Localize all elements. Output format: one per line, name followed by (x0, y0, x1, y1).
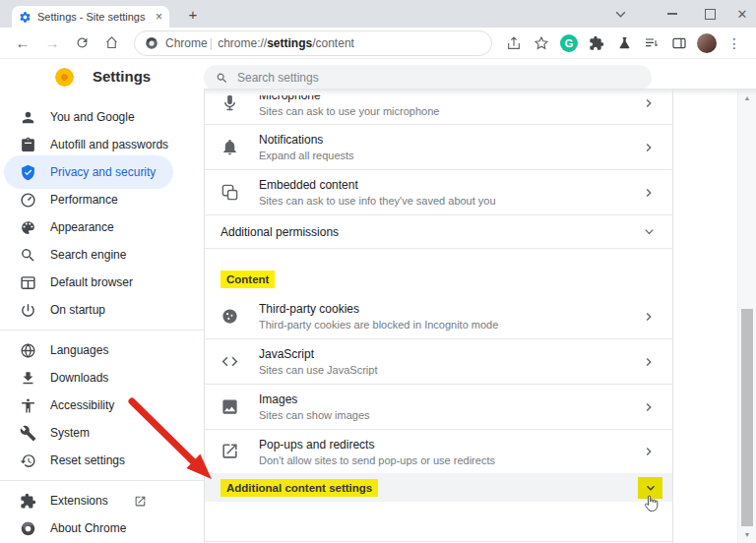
search-placeholder: Search settings (237, 71, 319, 85)
sidebar-item-privacy-and-security[interactable]: Privacy and security (0, 158, 204, 186)
search-settings-input[interactable]: Search settings (204, 65, 652, 90)
sidebar-item-system[interactable]: System (0, 419, 204, 447)
settings-menu-icon[interactable] (55, 68, 74, 87)
cookie-icon (220, 307, 240, 327)
settings-sidebar: You and Google Autofill and passwords Pr… (0, 89, 204, 543)
reload-icon[interactable] (69, 30, 94, 56)
side-panel-icon[interactable] (667, 31, 691, 55)
sidebar-item-autofill[interactable]: Autofill and passwords (0, 131, 204, 158)
shield-icon (20, 164, 36, 181)
row-title: Third-party cookies (259, 302, 641, 316)
page-scrollbar[interactable]: ▲ ▼ (737, 89, 756, 543)
sidebar-item-appearance[interactable]: Appearance (0, 213, 204, 241)
share-icon[interactable] (502, 31, 526, 55)
page-title: Settings (93, 68, 151, 85)
url-text: Chrome| chrome://settings/content (165, 36, 354, 50)
chevron-right-icon (641, 309, 657, 325)
window-close-button[interactable]: ✕ (728, 0, 756, 28)
chevron-right-icon (641, 399, 657, 415)
scrollbar-up-arrow[interactable]: ▲ (738, 90, 756, 104)
titlebar: Settings - Site settings × + ✕ (0, 0, 756, 28)
globe-icon (20, 342, 36, 359)
chevron-right-icon (641, 140, 657, 155)
sidebar-item-accessibility[interactable]: Accessibility (0, 392, 204, 419)
tab-close-icon[interactable]: × (156, 11, 162, 23)
sidebar-item-default-browser[interactable]: Default browser (0, 269, 204, 296)
row-title: Microphone (259, 95, 641, 102)
site-settings-panel: Microphone Sites can ask to use your mic… (204, 89, 673, 543)
new-tab-button[interactable]: + (183, 4, 203, 24)
javascript-row[interactable]: JavaScript Sites can use JavaScript (205, 339, 672, 384)
row-title: JavaScript (259, 347, 641, 361)
bookmark-star-icon[interactable] (530, 31, 553, 55)
reset-icon (20, 452, 36, 469)
chevron-right-icon (641, 354, 657, 370)
sidebar-item-about-chrome[interactable]: About Chrome (0, 514, 204, 542)
extensions-puzzle-icon[interactable] (585, 31, 608, 55)
sidebar-item-performance[interactable]: Performance (0, 186, 204, 213)
maximize-button[interactable] (695, 0, 724, 28)
browser-toolbar: ← → Chrome| chrome://settings/content G … (0, 28, 756, 59)
third-party-cookies-row[interactable]: Third-party cookies Third-party cookies … (205, 294, 672, 338)
popups-redirects-row[interactable]: Pop-ups and redirects Don't allow sites … (205, 430, 672, 473)
microphone-row[interactable]: Microphone Sites can ask to use your mic… (205, 95, 672, 124)
magnifier-icon (20, 247, 36, 264)
row-title: Images (259, 392, 641, 406)
sidebar-divider (0, 480, 204, 481)
embedded-content-row[interactable]: Embedded content Sites can ask to use in… (205, 170, 672, 214)
back-icon[interactable]: ← (10, 30, 35, 56)
sidebar-item-you-and-google[interactable]: You and Google (0, 103, 204, 131)
image-icon (220, 397, 240, 417)
profile-avatar[interactable] (695, 31, 719, 55)
browser-menu-icon[interactable]: ⋮ (723, 31, 746, 55)
code-icon (220, 352, 240, 372)
card-bottom-divider (205, 541, 672, 542)
row-title: Pop-ups and redirects (259, 438, 641, 452)
chrome-logo-icon (20, 520, 36, 537)
grammarly-extension-icon[interactable]: G (557, 31, 581, 55)
browser-tab[interactable]: Settings - Site settings × (12, 6, 169, 28)
address-bar[interactable]: Chrome| chrome://settings/content (134, 30, 492, 56)
row-subtitle: Sites can show images (259, 409, 641, 421)
additional-content-settings-toggle[interactable]: Additional content settings (205, 473, 672, 502)
bell-icon (220, 138, 240, 157)
chevron-right-icon (641, 444, 657, 459)
settings-gear-favicon (19, 11, 32, 24)
forward-icon: → (39, 30, 65, 56)
scrollbar-thumb[interactable] (741, 309, 753, 526)
flask-extension-icon[interactable] (612, 31, 636, 55)
row-subtitle: Don't allow sites to send pop-ups or use… (259, 454, 641, 466)
row-subtitle: Third-party cookies are blocked in Incog… (259, 319, 641, 331)
home-icon[interactable] (98, 30, 124, 56)
images-row[interactable]: Images Sites can show images (205, 385, 672, 429)
wrench-icon (20, 425, 36, 442)
microphone-icon (220, 95, 240, 113)
chevron-right-icon (641, 185, 657, 201)
reading-list-icon[interactable] (640, 31, 663, 55)
row-title: Notifications (259, 133, 641, 147)
sidebar-item-reset-settings[interactable]: Reset settings (0, 447, 204, 474)
person-icon (20, 109, 36, 126)
sidebar-item-extensions[interactable]: Extensions (0, 487, 204, 514)
additional-permissions-toggle[interactable]: Additional permissions (205, 215, 672, 248)
tab-search-chevron-icon[interactable] (606, 0, 634, 28)
sidebar-item-on-startup[interactable]: On startup (0, 296, 204, 324)
row-subtitle: Sites can use JavaScript (259, 364, 641, 376)
minimize-button[interactable] (658, 0, 687, 28)
row-subtitle: Expand all requests (259, 150, 641, 161)
sidebar-item-downloads[interactable]: Downloads (0, 364, 204, 392)
autofill-icon (20, 137, 36, 153)
browser-window-icon (20, 274, 36, 291)
chevron-down-icon[interactable] (638, 477, 662, 499)
notifications-row[interactable]: Notifications Expand all requests (205, 125, 672, 169)
search-icon (216, 72, 228, 85)
open-in-new-icon (220, 442, 240, 461)
sidebar-item-languages[interactable]: Languages (0, 336, 204, 364)
scrollbar-down-arrow[interactable]: ▼ (738, 527, 756, 541)
row-divider (205, 248, 672, 249)
puzzle-icon (20, 493, 36, 510)
sidebar-divider (0, 330, 204, 331)
sidebar-item-search-engine[interactable]: Search engine (0, 241, 204, 269)
additional-content-settings-label: Additional content settings (220, 479, 378, 497)
power-icon (20, 302, 36, 319)
